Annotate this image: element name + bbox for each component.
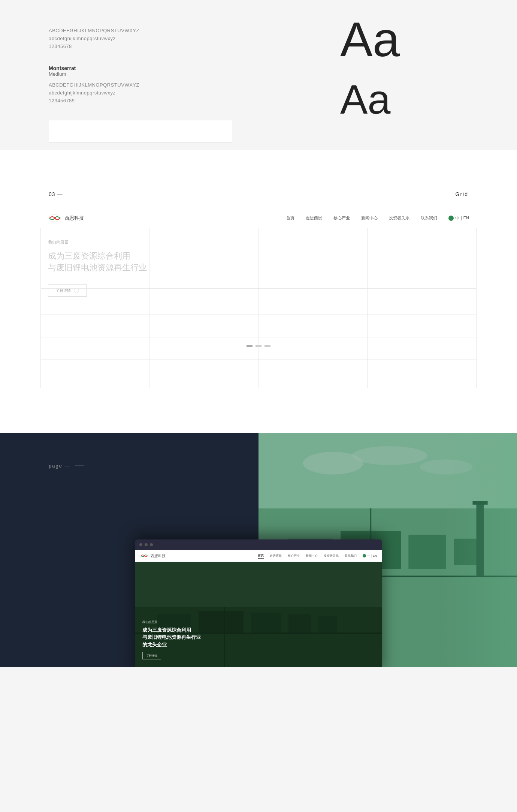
browser-nav-item-4[interactable]: 投资者关系 <box>324 554 339 558</box>
browser-dot-1 <box>139 543 142 546</box>
aa-display-medium: Aa <box>340 79 391 120</box>
svg-point-16 <box>143 555 145 556</box>
browser-nav-item-3[interactable]: 新闻中心 <box>306 554 318 558</box>
browser-hero-btn[interactable]: 了解详情 <box>142 652 161 659</box>
typography-right: Aa Aa <box>310 15 517 150</box>
font-chars-lowercase-2: abcdefghijklmnopqrstuvwxyz <box>49 89 261 97</box>
browser-nav-item-2[interactable]: 核心产业 <box>288 554 300 558</box>
font-meta-medium: Montserrat Medium <box>49 65 261 77</box>
grid-section-title: Grid <box>456 191 468 197</box>
font-chars-numbers-2: 123456789 <box>49 97 261 105</box>
browser-logo-svg <box>140 553 148 559</box>
browser-title-line1: 成为三废资源综合利用 <box>142 626 201 634</box>
font-chars-numbers-1: 12345678 <box>49 43 261 51</box>
wf-pagination-dots <box>48 345 469 358</box>
nav-item-1[interactable]: 走进西恩 <box>306 215 322 221</box>
font-chars-uppercase-2: ABCDEFGHIJKLMNOPQRSTUVWXYZ <box>49 81 261 89</box>
wireframe-nav: 西恩科技 首页 走进西恩 核心产业 新闻中心 投资者关系 联系我们 中｜EN <box>40 208 477 228</box>
lang-icon <box>448 216 454 221</box>
wf-dot-3[interactable] <box>264 345 270 347</box>
font-name: Montserrat <box>49 65 261 71</box>
logo-svg <box>48 214 61 223</box>
nav-item-4[interactable]: 投资者关系 <box>389 215 409 221</box>
h-line-3 <box>40 315 477 315</box>
nav-lang[interactable]: 中｜EN <box>448 215 469 221</box>
wf-dot-2[interactable] <box>256 345 261 347</box>
h-line-1 <box>40 251 477 251</box>
browser-title-line3: 的龙头企业 <box>142 641 201 649</box>
wireframe-logo: 西恩科技 <box>48 214 84 223</box>
grid-section-label: 03 — <box>49 191 63 197</box>
spacer-2 <box>0 410 517 433</box>
browser-inner-nav: 西恩科技 首页 走进西恩 核心产业 新闻中心 投资者关系 联系我们 中｜EN <box>135 550 382 562</box>
wireframe-body-area: 我们的愿景 成为三废资源综合利用 与废旧锂电池资源再生行业 了解详情 <box>40 228 477 388</box>
building-overlay <box>442 433 517 667</box>
browser-lang-icon <box>363 554 366 557</box>
wireframe-mockup: 西恩科技 首页 走进西恩 核心产业 新闻中心 投资者关系 联系我们 中｜EN <box>40 208 477 388</box>
browser-title-line2: 与废旧锂电池资源再生行业 <box>142 634 201 641</box>
h-line-2 <box>40 288 477 289</box>
grid-header: 03 — Grid <box>0 180 517 208</box>
h-line-4 <box>40 337 477 337</box>
wf-headline-line2: 与废旧锂电池资源再生行业 <box>48 262 238 274</box>
empty-placeholder-box <box>49 120 232 142</box>
browser-logo: 西恩科技 <box>140 553 166 559</box>
wf-sub-label: 我们的愿景 <box>48 240 469 245</box>
browser-mockup: 西恩科技 首页 走进西恩 核心产业 新闻中心 投资者关系 联系我们 中｜EN <box>135 539 382 667</box>
browser-logo-text: 西恩科技 <box>151 553 166 559</box>
aa-display-large: Aa <box>340 15 400 64</box>
browser-hero: 我们的愿景 成为三废资源综合利用 与废旧锂电池资源再生行业 的龙头企业 了解详情 <box>135 562 382 667</box>
browser-nav-item-5[interactable]: 联系我们 <box>345 554 357 558</box>
wf-button[interactable]: 了解详情 <box>48 285 87 297</box>
wf-dot-1[interactable] <box>247 345 253 347</box>
font-weight: Medium <box>49 71 261 77</box>
h-line-5 <box>40 360 477 360</box>
browser-nav-item-home[interactable]: 首页 <box>258 553 264 559</box>
nav-item-3[interactable]: 新闻中心 <box>361 215 378 221</box>
font-chars-uppercase-1: ABCDEFGHIJKLMNOPQRSTUVWXYZ <box>49 27 261 35</box>
font-chars-lowercase-1: abcdefghijklmnopqrstuvwxyz <box>49 35 261 43</box>
browser-inner: 西恩科技 首页 走进西恩 核心产业 新闻中心 投资者关系 联系我们 中｜EN <box>135 550 382 667</box>
page-label: page — <box>49 463 210 469</box>
grid-section: 03 — Grid 西恩科技 首页 走进西恩 核心产业 新闻中心 投资者 <box>0 180 517 411</box>
browser-dot-3 <box>150 543 153 546</box>
nav-item-2[interactable]: 核心产业 <box>333 215 350 221</box>
wireframe-nav-items: 首页 走进西恩 核心产业 新闻中心 投资者关系 联系我们 中｜EN <box>286 215 469 221</box>
browser-bar <box>135 539 382 550</box>
browser-lang[interactable]: 中｜EN <box>363 554 377 558</box>
wf-headline-line1: 成为三废资源综合利用 <box>48 250 238 262</box>
browser-nav-links: 首页 走进西恩 核心产业 新闻中心 投资者关系 联系我们 中｜EN <box>258 553 377 559</box>
browser-hero-title: 成为三废资源综合利用 与废旧锂电池资源再生行业 的龙头企业 <box>142 626 201 649</box>
browser-hero-text: 我们的愿景 成为三废资源综合利用 与废旧锂电池资源再生行业 的龙头企业 了解详情 <box>142 620 201 660</box>
font-block-regular: ABCDEFGHIJKLMNOPQRSTUVWXYZ abcdefghijklm… <box>49 27 261 50</box>
wf-headline: 成为三废资源综合利用 与废旧锂电池资源再生行业 <box>48 250 238 274</box>
nav-item-5[interactable]: 联系我们 <box>421 215 437 221</box>
svg-point-1 <box>54 217 56 219</box>
typography-left: ABCDEFGHIJKLMNOPQRSTUVWXYZ abcdefghijklm… <box>0 15 310 150</box>
browser-nav-item-1[interactable]: 走进西恩 <box>270 554 282 558</box>
logo-text: 西恩科技 <box>64 215 84 222</box>
font-block-medium: Montserrat Medium ABCDEFGHIJKLMNOPQRSTUV… <box>49 65 261 105</box>
browser-hero-sub: 我们的愿景 <box>142 620 201 624</box>
section-gap <box>0 150 517 180</box>
wf-button-label: 了解详情 <box>56 288 71 293</box>
dark-section: page — <box>0 433 517 667</box>
wf-button-icon <box>74 288 79 293</box>
browser-dot-2 <box>145 543 148 546</box>
typography-section: ABCDEFGHIJKLMNOPQRSTUVWXYZ abcdefghijklm… <box>0 0 517 150</box>
nav-item-0[interactable]: 首页 <box>286 215 294 221</box>
wireframe-hero-content: 我们的愿景 成为三废资源综合利用 与废旧锂电池资源再生行业 了解详情 <box>40 228 477 388</box>
